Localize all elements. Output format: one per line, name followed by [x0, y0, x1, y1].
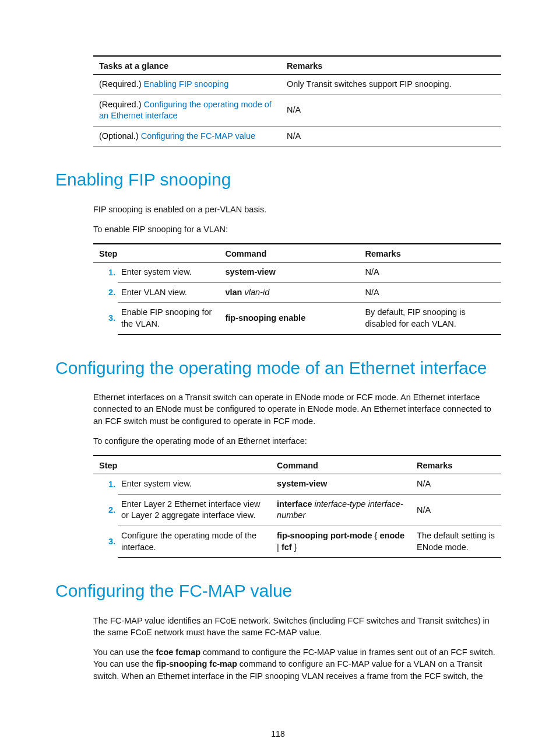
tasks-header: Tasks at a glance [93, 56, 281, 75]
step-desc: Enter system view. [118, 262, 219, 283]
step-number: 3. [93, 303, 118, 334]
table-row: 2. Enter Layer 2 Ethernet interface view… [93, 494, 501, 526]
command-header: Command [271, 456, 411, 474]
paragraph: To enable FIP snooping for a VLAN: [93, 223, 501, 235]
paragraph: You can use the fcoe fcmap command to co… [93, 646, 501, 682]
task-link-enable-fip[interactable]: Enabling FIP snooping [144, 79, 229, 89]
step-remark: The default setting is ENode mode. [411, 526, 501, 557]
step-remark: By default, FIP snooping is disabled for… [359, 303, 501, 334]
command-header: Command [219, 244, 359, 262]
task-remark: N/A [281, 126, 501, 146]
command-inline: fcoe fcmap [156, 648, 201, 657]
step-header: Step [93, 456, 271, 474]
command-text: interface [277, 499, 312, 509]
command-arg: vlan-id [242, 288, 269, 297]
section-heading-fcmap: Configuring the FC-MAP value [55, 580, 501, 602]
tasks-at-a-glance-table: Tasks at a glance Remarks (Required.) En… [93, 55, 501, 146]
command-inline: fip-snooping fc-map [156, 659, 237, 668]
task-link-fcmap[interactable]: Configuring the FC-MAP value [141, 131, 255, 141]
remarks-header: Remarks [411, 456, 501, 474]
table-row: 3. Configure the operating mode of the i… [93, 526, 501, 557]
enable-fip-step-table: Step Command Remarks 1. Enter system vie… [93, 243, 501, 334]
paragraph: To configure the operating mode of an Et… [93, 435, 501, 447]
step-remark: N/A [359, 282, 501, 303]
step-number: 2. [93, 282, 118, 303]
step-number: 1. [93, 474, 118, 495]
step-desc: Configure the operating mode of the inte… [118, 526, 271, 557]
task-remark: N/A [281, 94, 501, 126]
step-desc: Enter VLAN view. [118, 282, 219, 303]
table-row: 1. Enter system view. system-view N/A [93, 262, 501, 283]
command-text: fip-snooping enable [225, 313, 305, 323]
task-prefix: (Optional.) [99, 131, 141, 141]
table-row: (Required.) Enabling FIP snooping Only T… [93, 75, 501, 95]
table-row: 3. Enable FIP snooping for the VLAN. fip… [93, 303, 501, 334]
step-number: 2. [93, 494, 118, 526]
step-desc: Enable FIP snooping for the VLAN. [118, 303, 219, 334]
step-remark: N/A [411, 494, 501, 526]
task-remark: Only Transit switches support FIP snoopi… [281, 75, 501, 95]
table-row: 1. Enter system view. system-view N/A [93, 474, 501, 495]
step-desc: Enter Layer 2 Ethernet interface view or… [118, 494, 271, 526]
section-heading-enable-fip: Enabling FIP snooping [55, 169, 501, 191]
table-row: (Required.) Configuring the operating mo… [93, 94, 501, 126]
command-text: vlan [225, 288, 242, 297]
table-row: 2. Enter VLAN view. vlan vlan-id N/A [93, 282, 501, 303]
step-desc: Enter system view. [118, 474, 271, 495]
task-prefix: (Required.) [99, 100, 144, 109]
table-row: (Optional.) Configuring the FC-MAP value… [93, 126, 501, 146]
paragraph: The FC-MAP value identifies an FCoE netw… [93, 615, 501, 639]
step-remark: N/A [359, 262, 501, 283]
remarks-header: Remarks [281, 56, 501, 75]
step-number: 3. [93, 526, 118, 557]
step-header: Step [93, 244, 219, 262]
task-prefix: (Required.) [99, 79, 144, 89]
op-mode-step-table: Step Command Remarks 1. Enter system vie… [93, 455, 501, 558]
page-number: 118 [0, 729, 556, 738]
command-text: system-view [277, 479, 327, 488]
paragraph: FIP snooping is enabled on a per-VLAN ba… [93, 204, 501, 215]
command-cell: fip-snooping port-mode { enode | fcf } [271, 526, 411, 557]
section-heading-op-mode: Configuring the operating mode of an Eth… [55, 357, 501, 379]
step-number: 1. [93, 262, 118, 283]
paragraph: Ethernet interfaces on a Transit switch … [93, 391, 501, 427]
command-text: system-view [225, 267, 275, 276]
step-remark: N/A [411, 474, 501, 495]
remarks-header: Remarks [359, 244, 501, 262]
